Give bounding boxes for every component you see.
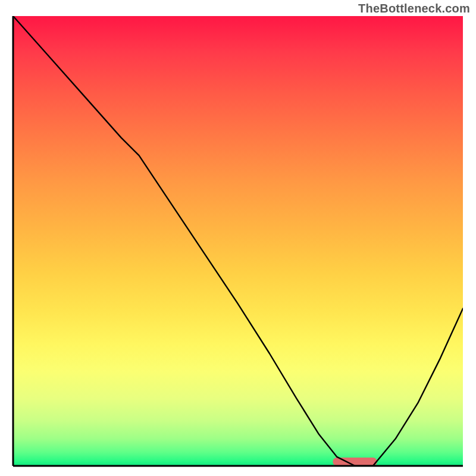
axes (0, 0, 476, 476)
